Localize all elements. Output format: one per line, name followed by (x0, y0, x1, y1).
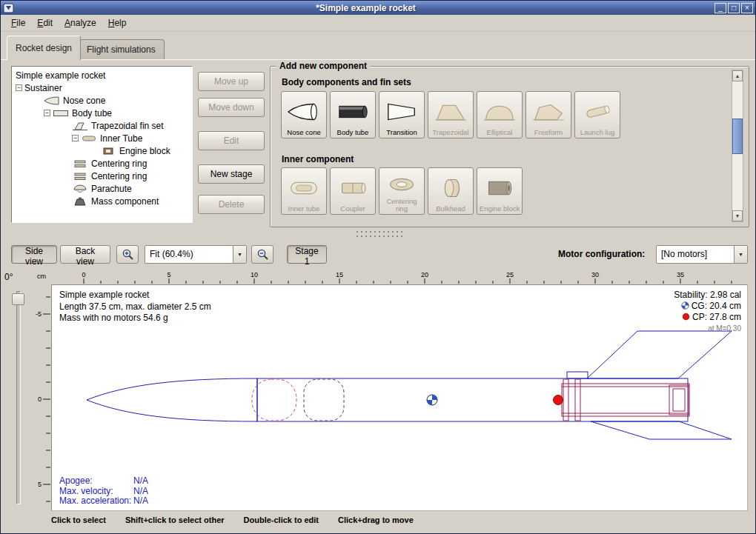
motor-config-value: [No motors] (657, 246, 734, 263)
centering-ring-shape (563, 379, 568, 421)
launch-lug-shape[interactable] (567, 372, 588, 378)
rocket-canvas[interactable]: Simple example rocket Length 37.5 cm, ma… (51, 284, 748, 511)
minimize-button[interactable]: _ (714, 3, 726, 13)
svg-text:-5: -5 (36, 310, 42, 318)
tree-item-label: Parachute (91, 184, 132, 194)
splitter-handle[interactable] (355, 230, 402, 238)
cg-line: CG: 20.4 cm (674, 301, 741, 312)
side-view-button[interactable]: Side view (11, 245, 57, 264)
scrollbar-track[interactable] (732, 81, 743, 210)
max-acceleration-row: Max. acceleration:N/A (59, 496, 148, 507)
tree-item-centering-ring[interactable]: Centering ring (12, 157, 192, 170)
move-up-button: Move up (198, 72, 265, 91)
zoom-out-icon (256, 248, 269, 261)
maximize-button[interactable]: □ (728, 3, 740, 13)
tree-item-label: Nose cone (63, 96, 105, 106)
zoom-in-button[interactable] (116, 245, 139, 264)
svg-text:20: 20 (421, 271, 428, 278)
rotation-slider[interactable] (16, 291, 21, 504)
scroll-down-icon[interactable]: ▼ (732, 210, 743, 221)
motor-config-select[interactable]: [No motors] ▼ (656, 245, 748, 264)
tree-collapse-icon[interactable]: − (44, 110, 50, 116)
tree-item-body-tube[interactable]: −Body tube (12, 107, 192, 119)
body-tube-shape[interactable] (257, 378, 688, 421)
cp-value: CP: 27.8 cm (692, 312, 741, 322)
tab-rocket-design[interactable]: Rocket design (7, 36, 81, 60)
tree-item-label: Simple example rocket (16, 70, 105, 81)
tree-item-trapezoidal-fin-set[interactable]: Trapezoidal fin set (12, 119, 192, 132)
delete-button: Delete (198, 195, 265, 214)
tree-item-mass-component[interactable]: Mass component (12, 195, 192, 207)
component-button-label: Launch lug (580, 129, 614, 136)
zoom-out-button[interactable] (251, 245, 273, 264)
stability-info: Stability: 2.98 cal CG: 20.4 cm CP: 27.8… (674, 290, 741, 334)
cp-icon (682, 313, 690, 321)
mass-component-shape[interactable] (304, 379, 344, 421)
coupler-icon (336, 170, 370, 205)
move-down-button: Move down (198, 98, 265, 117)
rotation-slider-thumb[interactable] (12, 293, 24, 305)
fin-bottom-shape[interactable] (591, 421, 732, 439)
parachute-icon (72, 184, 88, 193)
add-nose-cone-button[interactable]: Nose cone (281, 91, 327, 138)
scrollbar-thumb[interactable] (732, 119, 743, 154)
tree-item-parachute[interactable]: Parachute (12, 182, 192, 195)
menu-edit[interactable]: Edit (31, 16, 59, 30)
add-body-tube-button[interactable]: Body tube (330, 91, 376, 138)
max-velocity-label: Max. velocity: (59, 487, 133, 497)
nose-cone-shape[interactable] (87, 378, 257, 421)
add-freeform-button: Freeform (525, 91, 571, 138)
tree-item-label: Sustainer (24, 83, 62, 93)
max-velocity-value: N/A (133, 486, 148, 496)
close-button[interactable]: × (741, 3, 753, 13)
chevron-down-icon[interactable]: ▼ (734, 246, 747, 263)
zoom-level-select[interactable]: Fit (60.4%) ▼ (145, 245, 247, 264)
tab-strip: Rocket design Flight simulations (1, 32, 755, 59)
status-hint: Double-click to edit (244, 515, 319, 524)
back-view-button[interactable]: Back view (60, 245, 110, 264)
status-hints: Click to selectShift+click to select oth… (1, 515, 755, 524)
component-button-label: Engine block (480, 205, 520, 213)
view-toolbar: Side view Back view Fit (60.4%) ▼ Stage … (1, 245, 755, 264)
title-bar[interactable]: *Simple example rocket _ □ × (1, 1, 755, 15)
tree-collapse-icon[interactable]: − (16, 84, 22, 91)
max-acceleration-value: N/A (133, 495, 148, 506)
component-button-label: Inner tube (288, 205, 320, 213)
zoom-in-icon (122, 248, 134, 261)
component-tree[interactable]: Simple example rocket−SustainerNose cone… (11, 66, 193, 223)
tree-item-nose-cone[interactable]: Nose cone (12, 94, 192, 107)
apogee-value: N/A (133, 475, 148, 486)
motor-mount-group[interactable] (562, 379, 689, 421)
parachute-shape[interactable] (252, 379, 296, 421)
window-title: *Simple example rocket (17, 1, 714, 15)
scroll-up-icon[interactable]: ▲ (732, 70, 743, 81)
engine-block-shape (669, 385, 689, 415)
add-transition-button[interactable]: Transition (379, 91, 425, 138)
tree-item-centering-ring[interactable]: Centering ring (12, 170, 192, 182)
rocket-info: Simple example rocket Length 37.5 cm, ma… (59, 290, 211, 324)
stage-1-toggle[interactable]: Stage 1 (287, 245, 327, 264)
tab-flight-simulations[interactable]: Flight simulations (78, 39, 165, 59)
innertube-icon (81, 134, 97, 143)
fin-top-shape[interactable] (587, 331, 732, 378)
chevron-down-icon[interactable]: ▼ (233, 246, 246, 263)
new-stage-button[interactable]: New stage (198, 164, 265, 184)
tree-item-sustainer[interactable]: −Sustainer (12, 81, 192, 94)
edit-button: Edit (198, 131, 265, 150)
elliptical-icon (483, 94, 517, 129)
window-controls: _ □ × (714, 3, 753, 13)
menu-help[interactable]: Help (102, 16, 133, 30)
launchlug-icon (580, 94, 614, 129)
group-label-0: Body components and fin sets (282, 77, 411, 87)
component-button-label: Body tube (337, 129, 369, 136)
menu-file[interactable]: File (5, 16, 31, 30)
tree-collapse-icon[interactable]: − (72, 135, 79, 141)
freeform-icon (531, 94, 566, 129)
menu-analyze[interactable]: Analyze (59, 16, 102, 30)
tree-item-simple-example-rocket[interactable]: Simple example rocket (12, 69, 192, 81)
component-button-label: Trapezoidal (432, 129, 468, 136)
tree-item-engine-block[interactable]: Engine block (12, 144, 192, 157)
panel-top-edge (1, 59, 755, 60)
cg-marker (427, 395, 437, 405)
tree-item-inner-tube[interactable]: −Inner Tube (12, 132, 192, 144)
